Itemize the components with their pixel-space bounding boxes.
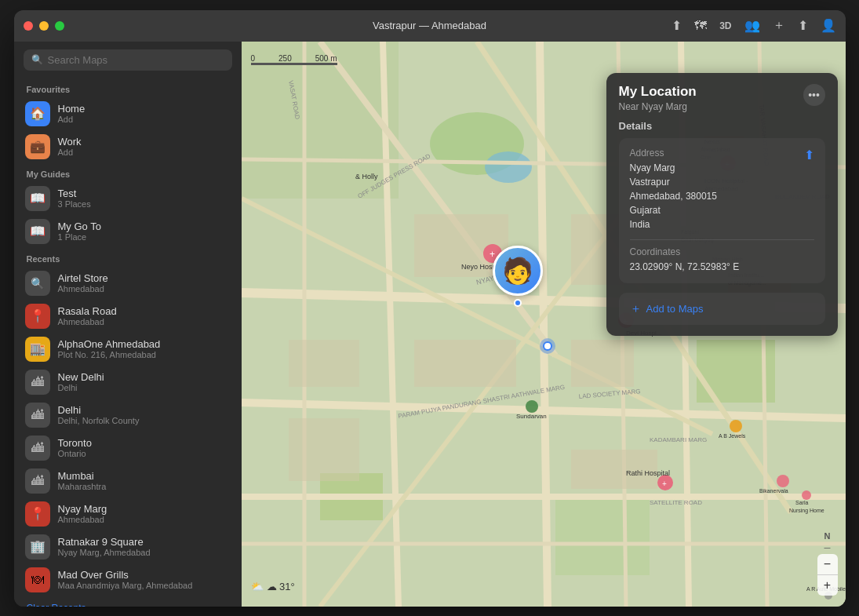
madover-label: Mad Over Grills xyxy=(58,569,193,581)
ratnakar-icon: 🏢 xyxy=(25,534,50,560)
sidebar-item-newdelhi[interactable]: 🏙 New Delhi Delhi xyxy=(14,366,242,399)
title-bar: Vastrapur — Ahmedabad ⬆ 🗺 3D 👥 ＋ ⬆ 👤 xyxy=(14,10,846,42)
address-label: Address xyxy=(630,148,717,159)
person-icon[interactable]: 👥 xyxy=(744,18,760,33)
compass-n: — xyxy=(824,544,831,551)
address-value: Nyay Marg Vastrapur Ahmedabad, 380015 Gu… xyxy=(630,161,717,231)
search-bar[interactable]: 🔍 xyxy=(24,49,232,71)
map-area[interactable]: NYAY MARG OFF JUDGES PRESS ROAD LAD SOCI… xyxy=(242,42,846,607)
delhi-icon: 🏙 xyxy=(25,403,50,428)
svg-rect-29 xyxy=(571,340,634,387)
account-icon[interactable]: 👤 xyxy=(821,18,836,33)
scale-line xyxy=(251,63,337,65)
rasala-label: Rasala Road xyxy=(58,305,117,317)
newdelhi-icon: 🏙 xyxy=(25,370,50,395)
test-guide-sub: 3 Places xyxy=(58,199,91,209)
svg-rect-27 xyxy=(289,340,359,387)
search-icon: 🔍 xyxy=(31,54,43,65)
madover-sub: Maa Anandmiya Marg, Ahmedabad xyxy=(58,581,193,590)
location-header: My Location Near Nyay Marg ••• xyxy=(606,73,838,120)
svg-rect-28 xyxy=(289,418,359,481)
user-avatar-popup: 🧑 xyxy=(493,246,543,307)
sidebar-item-mumbai[interactable]: 🏙 Mumbai Maharashtra xyxy=(14,465,242,498)
sidebar-item-rasala[interactable]: 📍 Rasala Road Ahmedabad xyxy=(14,300,242,333)
sidebar-item-toronto[interactable]: 🏙 Toronto Ontario xyxy=(14,432,242,465)
alphaone-label: AlphaOne Ahmedabad xyxy=(58,338,161,350)
airtel-label: Airtel Store xyxy=(58,272,108,284)
app-window: Vastrapur — Ahmedabad ⬆ 🗺 3D 👥 ＋ ⬆ 👤 🔍 F… xyxy=(14,10,846,607)
sidebar-item-delhi[interactable]: 🏙 Delhi Delhi, Norfolk County xyxy=(14,399,242,432)
ratnakar-sub: Nyay Marg, Ahmedabad xyxy=(58,548,151,557)
madover-icon: 🍽 xyxy=(25,567,50,592)
location-arrow-icon[interactable]: ⬆ xyxy=(672,18,682,33)
svg-point-52 xyxy=(526,400,538,413)
weather-badge: ⛅ ☁ 31° xyxy=(251,581,295,592)
sidebar-item-ratnakar[interactable]: 🏢 Ratnakar 9 Square Nyay Marg, Ahmedabad xyxy=(14,530,242,563)
sidebar-item-alphaone[interactable]: 🏬 AlphaOne Ahmedabad Plot No. 216, Ahmed… xyxy=(14,333,242,366)
search-input[interactable] xyxy=(48,54,224,66)
svg-text:Sundarvan: Sundarvan xyxy=(516,413,547,420)
airtel-sub: Ahmedabad xyxy=(58,284,108,293)
clear-recents-button[interactable]: Clear Recents xyxy=(14,596,242,607)
map-icon[interactable]: 🗺 xyxy=(694,19,707,33)
add-to-maps-button[interactable]: ＋ Add to Maps xyxy=(619,293,825,325)
sidebar-item-airtel[interactable]: 🔍 Airtel Store Ahmedabad xyxy=(14,267,242,300)
3d-icon[interactable]: 3D xyxy=(719,20,731,31)
share-icon[interactable]: ⬆ xyxy=(798,18,808,33)
address-share-icon[interactable]: ⬆ xyxy=(804,148,814,162)
zoom-in-button[interactable]: + xyxy=(817,575,838,596)
home-sub: Add xyxy=(58,115,86,124)
svg-text:A B Jewels: A B Jewels xyxy=(719,433,746,439)
delhi-label: Delhi xyxy=(58,404,140,416)
coordinates-label: Coordinates xyxy=(630,246,740,257)
mumbai-sub: Maharashtra xyxy=(58,482,107,491)
sidebar-item-test[interactable]: 📖 Test 3 Places xyxy=(14,182,242,215)
recents-header: Recents xyxy=(14,248,242,267)
mygoto-icon: 📖 xyxy=(25,219,50,244)
avatar: 🧑 xyxy=(493,246,543,296)
toronto-icon: 🏙 xyxy=(25,436,50,461)
svg-text:SATELLITE ROAD: SATELLITE ROAD xyxy=(650,499,702,506)
window-title: Vastrapur — Ahmedabad xyxy=(373,20,486,31)
mygoto-sub: 1 Place xyxy=(58,232,101,242)
detail-divider xyxy=(630,239,814,240)
work-sub: Add xyxy=(58,148,82,157)
newdelhi-label: New Delhi xyxy=(58,371,104,383)
svg-point-79 xyxy=(544,343,551,349)
svg-text:Rathi Hospital: Rathi Hospital xyxy=(626,469,670,477)
close-button[interactable] xyxy=(24,21,33,31)
favourites-header: Favourites xyxy=(14,78,242,97)
sidebar-item-nyaymarg[interactable]: 📍 Nyay Marg Ahmedabad xyxy=(14,498,242,530)
sidebar-item-mygoto[interactable]: 📖 My Go To 1 Place xyxy=(14,215,242,248)
nyaymarg-icon: 📍 xyxy=(25,501,50,527)
minimize-button[interactable] xyxy=(39,21,49,31)
sidebar-item-home[interactable]: 🏠 Home Add xyxy=(14,97,242,130)
svg-rect-4 xyxy=(555,497,650,575)
maximize-button[interactable] xyxy=(55,21,64,31)
address-row: Address Nyay Marg Vastrapur Ahmedabad, 3… xyxy=(630,148,814,231)
delhi-sub: Delhi, Norfolk County xyxy=(58,416,140,425)
location-title: My Location xyxy=(619,84,697,100)
coordinates-row: Coordinates 23.02909° N, 72.52983° E xyxy=(630,246,814,274)
toronto-sub: Ontario xyxy=(58,449,92,458)
map-controls: N — − + xyxy=(817,531,838,596)
sidebar-item-work[interactable]: 💼 Work Add xyxy=(14,130,242,163)
work-label: Work xyxy=(58,136,82,148)
rasala-sub: Ahmedabad xyxy=(58,317,117,326)
sidebar-item-madover[interactable]: 🍽 Mad Over Grills Maa Anandmiya Marg, Ah… xyxy=(14,563,242,596)
main-content: 🔍 Favourites 🏠 Home Add 💼 Work Add xyxy=(14,42,846,607)
add-to-maps-label: Add to Maps xyxy=(646,303,704,315)
nyaymarg-sub: Ahmedabad xyxy=(58,515,107,524)
test-guide-icon: 📖 xyxy=(25,186,50,211)
temperature: ☁ 31° xyxy=(267,581,295,592)
airtel-icon: 🔍 xyxy=(25,271,50,296)
svg-point-71 xyxy=(777,475,789,487)
plus-icon[interactable]: ＋ xyxy=(773,17,785,34)
add-icon: ＋ xyxy=(630,301,642,316)
svg-point-73 xyxy=(802,490,811,500)
svg-text:& Holly: & Holly xyxy=(355,173,378,180)
scale-250: 250 xyxy=(278,54,292,63)
more-options-button[interactable]: ••• xyxy=(803,84,825,106)
details-box: Address Nyay Marg Vastrapur Ahmedabad, 3… xyxy=(619,138,825,283)
zoom-out-button[interactable]: − xyxy=(817,554,838,574)
